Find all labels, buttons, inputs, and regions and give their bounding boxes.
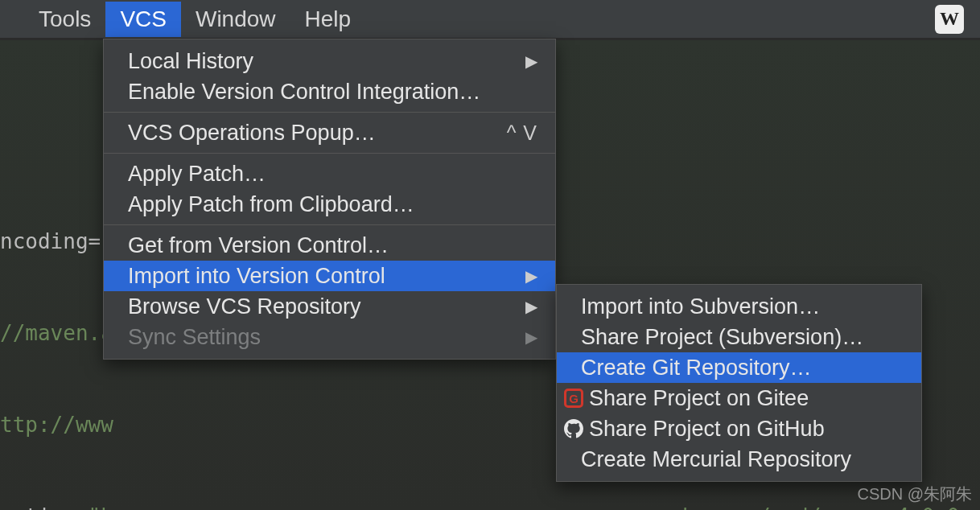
github-icon — [562, 419, 586, 438]
menu-tools[interactable]: Tools — [24, 2, 105, 37]
menu-share-github[interactable]: Share Project on GitHub — [557, 413, 921, 444]
menu-browse-vcs-repo[interactable]: Browse VCS Repository ▶ — [104, 291, 555, 322]
menu-help[interactable]: Help — [290, 2, 366, 37]
menu-apply-patch[interactable]: Apply Patch… — [104, 158, 555, 189]
menu-local-history[interactable]: Local History ▶ — [104, 46, 555, 76]
menu-import-subversion[interactable]: Import into Subversion… — [557, 291, 921, 322]
menu-window[interactable]: Window — [181, 2, 290, 37]
vcs-dropdown: Local History ▶ Enable Version Control I… — [103, 39, 556, 360]
menu-vcs-operations-popup[interactable]: VCS Operations Popup… ^ V — [104, 117, 555, 148]
chevron-right-icon: ▶ — [525, 266, 537, 286]
menu-share-gitee[interactable]: G Share Project on Gitee — [557, 383, 921, 413]
menu-enable-vcs-integration[interactable]: Enable Version Control Integration… — [104, 76, 555, 107]
menu-share-subversion[interactable]: Share Project (Subversion)… — [557, 322, 921, 352]
menu-vcs[interactable]: VCS — [105, 2, 181, 37]
import-vcs-submenu: Import into Subversion… Share Project (S… — [556, 284, 922, 482]
brand-icon: W — [935, 5, 964, 34]
menu-apply-patch-clipboard[interactable]: Apply Patch from Clipboard… — [104, 189, 555, 220]
menubar: Tools VCS Window Help W — [0, 0, 980, 39]
gitee-icon: G — [562, 389, 586, 408]
menu-sync-settings: Sync Settings ▶ — [104, 322, 555, 352]
menu-create-git-repo[interactable]: Create Git Repository… — [557, 352, 921, 383]
menu-separator — [104, 153, 555, 154]
menu-create-mercurial-repo[interactable]: Create Mercurial Repository — [557, 444, 921, 475]
watermark-text: CSDN @朱阿朱 — [857, 483, 972, 505]
chevron-right-icon: ▶ — [525, 297, 537, 316]
chevron-right-icon: ▶ — [525, 51, 537, 71]
chevron-right-icon: ▶ — [525, 327, 537, 347]
menu-import-into-vcs[interactable]: Import into Version Control ▶ — [104, 261, 555, 291]
menu-get-from-vcs[interactable]: Get from Version Control… — [104, 230, 555, 261]
menu-shortcut: ^ V — [507, 121, 537, 145]
menu-separator — [104, 224, 555, 225]
menu-separator — [104, 112, 555, 113]
